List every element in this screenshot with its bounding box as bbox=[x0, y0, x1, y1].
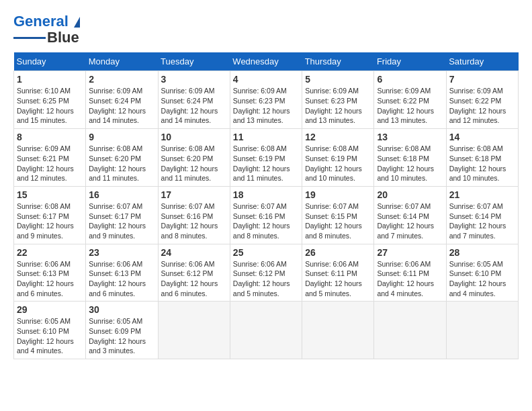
day-info: Sunrise: 6:08 AM Sunset: 6:17 PM Dayligh… bbox=[17, 201, 83, 241]
day-info: Sunrise: 6:08 AM Sunset: 6:20 PM Dayligh… bbox=[161, 144, 227, 183]
calendar-cell: 1 Sunrise: 6:10 AM Sunset: 6:25 PM Dayli… bbox=[14, 71, 86, 129]
calendar-cell: 13 Sunrise: 6:08 AM Sunset: 6:18 PM Dayl… bbox=[374, 129, 446, 187]
calendar-cell: 11 Sunrise: 6:08 AM Sunset: 6:19 PM Dayl… bbox=[230, 129, 302, 187]
col-header-friday: Friday bbox=[374, 52, 446, 71]
logo-general: General bbox=[13, 13, 69, 30]
col-header-thursday: Thursday bbox=[302, 52, 374, 71]
calendar-cell bbox=[230, 302, 302, 359]
day-number: 11 bbox=[233, 132, 299, 142]
day-number: 17 bbox=[161, 189, 227, 200]
day-info: Sunrise: 6:10 AM Sunset: 6:25 PM Dayligh… bbox=[17, 86, 83, 126]
day-number: 18 bbox=[233, 189, 299, 200]
day-number: 24 bbox=[161, 247, 227, 258]
day-number: 10 bbox=[161, 132, 227, 142]
day-number: 7 bbox=[449, 74, 515, 85]
calendar-cell: 12 Sunrise: 6:08 AM Sunset: 6:19 PM Dayl… bbox=[302, 129, 374, 187]
calendar-cell bbox=[446, 302, 518, 359]
calendar-cell: 15 Sunrise: 6:08 AM Sunset: 6:17 PM Dayl… bbox=[14, 186, 86, 244]
day-info: Sunrise: 6:07 AM Sunset: 6:16 PM Dayligh… bbox=[233, 201, 299, 241]
col-header-saturday: Saturday bbox=[446, 52, 518, 71]
calendar-cell bbox=[158, 302, 230, 359]
day-number: 26 bbox=[305, 247, 371, 258]
calendar-cell: 14 Sunrise: 6:08 AM Sunset: 6:18 PM Dayl… bbox=[446, 129, 518, 187]
day-info: Sunrise: 6:09 AM Sunset: 6:24 PM Dayligh… bbox=[161, 86, 227, 126]
day-number: 2 bbox=[89, 74, 154, 85]
day-info: Sunrise: 6:06 AM Sunset: 6:12 PM Dayligh… bbox=[161, 259, 227, 299]
calendar-cell: 26 Sunrise: 6:06 AM Sunset: 6:11 PM Dayl… bbox=[302, 244, 374, 302]
calendar-table: SundayMondayTuesdayWednesdayThursdayFrid… bbox=[13, 52, 519, 359]
calendar-cell: 27 Sunrise: 6:06 AM Sunset: 6:11 PM Dayl… bbox=[374, 244, 446, 302]
day-info: Sunrise: 6:08 AM Sunset: 6:19 PM Dayligh… bbox=[305, 144, 371, 183]
calendar-cell: 23 Sunrise: 6:06 AM Sunset: 6:13 PM Dayl… bbox=[86, 244, 158, 302]
col-header-sunday: Sunday bbox=[14, 52, 86, 71]
day-info: Sunrise: 6:09 AM Sunset: 6:23 PM Dayligh… bbox=[305, 86, 371, 126]
day-info: Sunrise: 6:08 AM Sunset: 6:20 PM Dayligh… bbox=[89, 144, 154, 183]
calendar-cell: 25 Sunrise: 6:06 AM Sunset: 6:12 PM Dayl… bbox=[230, 244, 302, 302]
calendar-cell: 30 Sunrise: 6:05 AM Sunset: 6:09 PM Dayl… bbox=[86, 302, 158, 359]
day-info: Sunrise: 6:05 AM Sunset: 6:10 PM Dayligh… bbox=[17, 316, 83, 356]
day-info: Sunrise: 6:09 AM Sunset: 6:24 PM Dayligh… bbox=[89, 86, 154, 126]
col-header-monday: Monday bbox=[86, 52, 158, 71]
day-info: Sunrise: 6:09 AM Sunset: 6:23 PM Dayligh… bbox=[233, 86, 299, 126]
day-number: 28 bbox=[449, 247, 515, 258]
calendar-cell: 16 Sunrise: 6:07 AM Sunset: 6:17 PM Dayl… bbox=[86, 186, 158, 244]
calendar-header-row: SundayMondayTuesdayWednesdayThursdayFrid… bbox=[14, 52, 519, 71]
calendar-cell: 24 Sunrise: 6:06 AM Sunset: 6:12 PM Dayl… bbox=[158, 244, 230, 302]
calendar-row-5: 29 Sunrise: 6:05 AM Sunset: 6:10 PM Dayl… bbox=[14, 302, 519, 359]
logo-triangle-icon bbox=[74, 17, 80, 28]
day-info: Sunrise: 6:08 AM Sunset: 6:18 PM Dayligh… bbox=[377, 144, 443, 183]
calendar-cell: 6 Sunrise: 6:09 AM Sunset: 6:22 PM Dayli… bbox=[374, 71, 446, 129]
day-info: Sunrise: 6:05 AM Sunset: 6:09 PM Dayligh… bbox=[89, 316, 154, 356]
day-number: 29 bbox=[17, 304, 83, 315]
day-number: 20 bbox=[377, 189, 443, 200]
calendar-cell: 4 Sunrise: 6:09 AM Sunset: 6:23 PM Dayli… bbox=[230, 71, 302, 129]
calendar-cell bbox=[374, 302, 446, 359]
day-info: Sunrise: 6:07 AM Sunset: 6:15 PM Dayligh… bbox=[305, 201, 371, 241]
logo-line bbox=[13, 37, 46, 39]
logo-text: General bbox=[13, 13, 80, 30]
day-number: 14 bbox=[449, 132, 515, 142]
day-number: 3 bbox=[161, 74, 227, 85]
day-number: 13 bbox=[377, 132, 443, 142]
day-info: Sunrise: 6:06 AM Sunset: 6:12 PM Dayligh… bbox=[233, 259, 299, 299]
calendar-cell: 8 Sunrise: 6:09 AM Sunset: 6:21 PM Dayli… bbox=[14, 129, 86, 187]
calendar-cell: 7 Sunrise: 6:09 AM Sunset: 6:22 PM Dayli… bbox=[446, 71, 518, 129]
calendar-cell: 29 Sunrise: 6:05 AM Sunset: 6:10 PM Dayl… bbox=[14, 302, 86, 359]
day-info: Sunrise: 6:07 AM Sunset: 6:16 PM Dayligh… bbox=[161, 201, 227, 241]
day-info: Sunrise: 6:05 AM Sunset: 6:10 PM Dayligh… bbox=[449, 259, 515, 299]
day-number: 5 bbox=[305, 74, 371, 85]
day-number: 16 bbox=[89, 189, 154, 200]
day-info: Sunrise: 6:08 AM Sunset: 6:19 PM Dayligh… bbox=[233, 144, 299, 183]
day-info: Sunrise: 6:06 AM Sunset: 6:11 PM Dayligh… bbox=[305, 259, 371, 299]
day-number: 6 bbox=[377, 74, 443, 85]
day-info: Sunrise: 6:09 AM Sunset: 6:22 PM Dayligh… bbox=[377, 86, 443, 126]
logo-blue-text: Blue bbox=[47, 30, 79, 46]
day-number: 4 bbox=[233, 74, 299, 85]
calendar-cell: 20 Sunrise: 6:07 AM Sunset: 6:14 PM Dayl… bbox=[374, 186, 446, 244]
day-number: 1 bbox=[17, 74, 83, 85]
day-number: 23 bbox=[89, 247, 154, 258]
day-number: 8 bbox=[17, 132, 83, 142]
calendar-cell: 3 Sunrise: 6:09 AM Sunset: 6:24 PM Dayli… bbox=[158, 71, 230, 129]
day-info: Sunrise: 6:07 AM Sunset: 6:14 PM Dayligh… bbox=[449, 201, 515, 241]
day-info: Sunrise: 6:06 AM Sunset: 6:13 PM Dayligh… bbox=[89, 259, 154, 299]
day-number: 22 bbox=[17, 247, 83, 258]
logo: General Blue bbox=[13, 13, 80, 46]
day-number: 9 bbox=[89, 132, 154, 142]
calendar-row-2: 8 Sunrise: 6:09 AM Sunset: 6:21 PM Dayli… bbox=[14, 129, 519, 187]
calendar-cell: 9 Sunrise: 6:08 AM Sunset: 6:20 PM Dayli… bbox=[86, 129, 158, 187]
calendar-cell: 5 Sunrise: 6:09 AM Sunset: 6:23 PM Dayli… bbox=[302, 71, 374, 129]
calendar-cell: 18 Sunrise: 6:07 AM Sunset: 6:16 PM Dayl… bbox=[230, 186, 302, 244]
day-info: Sunrise: 6:06 AM Sunset: 6:13 PM Dayligh… bbox=[17, 259, 83, 299]
calendar-cell: 19 Sunrise: 6:07 AM Sunset: 6:15 PM Dayl… bbox=[302, 186, 374, 244]
calendar-cell: 2 Sunrise: 6:09 AM Sunset: 6:24 PM Dayli… bbox=[86, 71, 158, 129]
day-info: Sunrise: 6:07 AM Sunset: 6:17 PM Dayligh… bbox=[89, 201, 154, 241]
day-info: Sunrise: 6:09 AM Sunset: 6:22 PM Dayligh… bbox=[449, 86, 515, 126]
col-header-tuesday: Tuesday bbox=[158, 52, 230, 71]
day-info: Sunrise: 6:06 AM Sunset: 6:11 PM Dayligh… bbox=[377, 259, 443, 299]
day-number: 15 bbox=[17, 189, 83, 200]
col-header-wednesday: Wednesday bbox=[230, 52, 302, 71]
calendar-cell: 17 Sunrise: 6:07 AM Sunset: 6:16 PM Dayl… bbox=[158, 186, 230, 244]
calendar-cell: 21 Sunrise: 6:07 AM Sunset: 6:14 PM Dayl… bbox=[446, 186, 518, 244]
calendar-cell: 28 Sunrise: 6:05 AM Sunset: 6:10 PM Dayl… bbox=[446, 244, 518, 302]
